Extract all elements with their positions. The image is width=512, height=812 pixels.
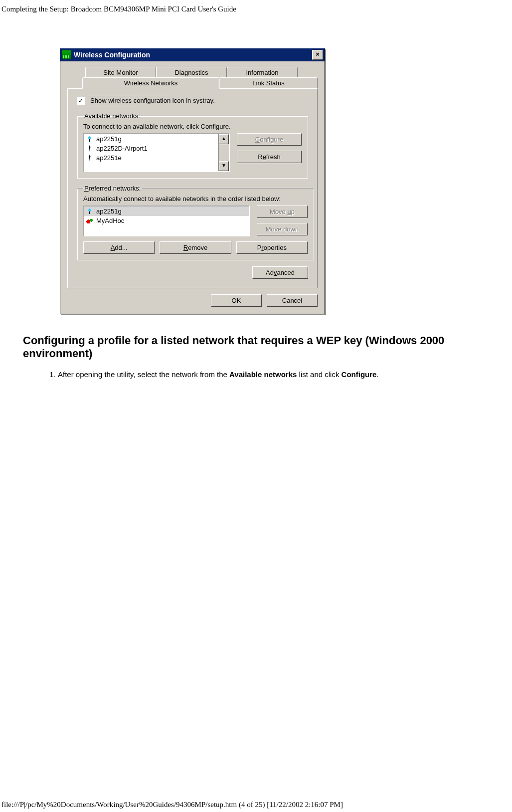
- wireless-config-dialog: Wireless Configuration × Site Monitor Di…: [60, 48, 325, 314]
- systray-checkbox-label[interactable]: Show wireless configuration icon in syst…: [88, 96, 217, 105]
- tab-panel: ✓ Show wireless configuration icon in sy…: [67, 88, 318, 288]
- tab-information[interactable]: Information: [227, 67, 298, 78]
- refresh-button[interactable]: Refresh: [237, 151, 302, 163]
- properties-button[interactable]: Properties: [236, 241, 308, 254]
- preferred-networks-legend: Preferred networks:: [83, 185, 142, 192]
- available-networks-list[interactable]: ap2251g ap2252D-Airport1 ap2251e ▲ ▼: [83, 133, 230, 172]
- station-icon: [86, 145, 93, 152]
- add-button[interactable]: Add...: [83, 241, 155, 254]
- step-1: After opening the utility, select the ne…: [58, 370, 512, 379]
- page-footer: file:///P|/pc/My%20Documents/Working/Use…: [1, 801, 343, 809]
- tab-link-status[interactable]: Link Status: [219, 77, 318, 89]
- ap-icon: [86, 136, 93, 143]
- adhoc-icon: [86, 217, 93, 224]
- remove-button[interactable]: Remove: [160, 241, 231, 254]
- ok-button[interactable]: OK: [211, 294, 262, 307]
- window-title: Wireless Configuration: [74, 51, 150, 59]
- scrollbar[interactable]: ▲ ▼: [218, 134, 229, 171]
- list-item[interactable]: ap2251e: [96, 154, 122, 162]
- move-up-button[interactable]: Move up: [257, 205, 308, 218]
- list-item[interactable]: MyAdHoc: [96, 217, 124, 224]
- preferred-networks-group: Preferred networks: Automatically connec…: [77, 185, 314, 260]
- ap-icon: [86, 208, 93, 215]
- list-item[interactable]: ap2251g: [96, 207, 122, 215]
- scroll-up-icon[interactable]: ▲: [219, 134, 229, 144]
- preferred-desc: Automatically connect to available netwo…: [83, 195, 308, 203]
- station-icon: [86, 155, 93, 162]
- available-networks-legend: Available networks:: [83, 112, 141, 120]
- wireless-icon: [62, 50, 71, 59]
- available-networks-group: Available networks: To connect to an ava…: [77, 112, 308, 179]
- list-item[interactable]: ap2252D-Airport1: [96, 145, 148, 152]
- scroll-down-icon[interactable]: ▼: [219, 161, 229, 171]
- section-heading: Configuring a profile for a listed netwo…: [23, 334, 512, 360]
- tab-diagnostics[interactable]: Diagnostics: [156, 67, 227, 78]
- move-down-button[interactable]: Move down: [257, 223, 308, 235]
- available-desc: To connect to an available network, clic…: [83, 123, 302, 130]
- close-icon[interactable]: ×: [312, 50, 323, 60]
- cancel-button[interactable]: Cancel: [267, 294, 318, 307]
- page-header: Completing the Setup: Broadcom BCM94306M…: [0, 5, 512, 13]
- tab-site-monitor[interactable]: Site Monitor: [85, 67, 156, 78]
- titlebar[interactable]: Wireless Configuration ×: [60, 48, 325, 61]
- preferred-networks-list[interactable]: ap2251g MyAdHoc: [83, 205, 250, 236]
- systray-checkbox[interactable]: ✓: [77, 97, 85, 105]
- tab-strip: Site Monitor Diagnostics Information Wir…: [82, 67, 318, 89]
- tab-wireless-networks[interactable]: Wireless Networks: [82, 77, 219, 89]
- list-item[interactable]: ap2251g: [96, 135, 122, 143]
- configure-button[interactable]: Configure: [237, 133, 302, 146]
- advanced-button[interactable]: Advanced: [252, 266, 308, 279]
